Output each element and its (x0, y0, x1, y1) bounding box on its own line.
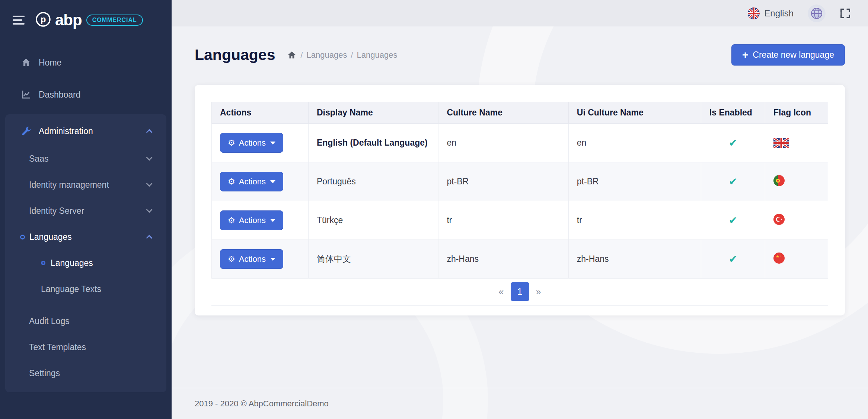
languages-card: Actions Display Name Culture Name Ui Cul… (195, 85, 845, 315)
topbar: English (172, 0, 868, 26)
uk-flag-icon (748, 7, 760, 19)
is-enabled-cell: ✔ (701, 240, 765, 279)
gear-icon: ⚙ (228, 138, 235, 147)
table-header-row: Actions Display Name Culture Name Ui Cul… (212, 102, 828, 124)
create-new-language-button[interactable]: + Create new language (731, 44, 845, 66)
chevron-down-icon (146, 155, 153, 161)
caret-down-icon (270, 219, 275, 222)
pagination-next-button[interactable]: » (529, 282, 548, 301)
caret-down-icon (270, 180, 275, 183)
sidebar-item-language-texts[interactable]: Language Texts (5, 276, 166, 302)
breadcrumb-separator: / (351, 50, 353, 60)
sidebar-item-label: Settings (29, 368, 151, 378)
row-actions-button[interactable]: ⚙ Actions (220, 210, 283, 230)
column-header-culture-name: Culture Name (438, 102, 568, 124)
home-icon (20, 57, 32, 68)
main-area: English Languages (172, 0, 868, 419)
bullet-icon (41, 261, 45, 265)
check-icon: ✔ (729, 214, 737, 226)
fullscreen-button[interactable] (840, 8, 851, 19)
chevron-down-icon (146, 207, 153, 213)
sidebar-item-label: Language Texts (41, 284, 151, 294)
sidebar-item-dashboard[interactable]: Dashboard (0, 79, 172, 111)
sidebar-item-identity-server[interactable]: Identity Server (5, 198, 166, 224)
page-content: Languages / Languages / Languages + Crea… (172, 26, 868, 388)
page-header: Languages / Languages / Languages + Crea… (195, 44, 845, 66)
sidebar-item-label: Text Templates (29, 342, 151, 352)
flag-icon-pt (773, 175, 785, 186)
expand-icon (840, 8, 851, 19)
breadcrumb-item[interactable]: Languages (357, 50, 398, 60)
pagination-page-1[interactable]: 1 (511, 282, 529, 301)
culture-name-cell: pt-BR (438, 162, 568, 201)
flag-icon-gb (773, 138, 789, 148)
breadcrumb-item[interactable]: Languages (307, 50, 347, 60)
is-enabled-cell: ✔ (701, 162, 765, 201)
table-row: ⚙ Actions 简体中文 zh-Hans zh-Hans ✔ (212, 240, 828, 279)
sidebar-item-label: Saas (29, 154, 147, 164)
breadcrumb: / Languages / Languages (287, 50, 397, 60)
ui-culture-name-cell: zh-Hans (568, 240, 701, 279)
actions-button-label: Actions (239, 177, 266, 187)
sidebar-item-label: Audit Logs (29, 316, 151, 326)
table-row: ⚙ Actions English (Default Language) en … (212, 124, 828, 162)
column-header-flag-icon: Flag Icon (765, 102, 828, 124)
chevron-up-icon (146, 235, 153, 241)
column-header-is-enabled: Is Enabled (701, 102, 765, 124)
flag-cell (765, 201, 828, 240)
sidebar-item-label: Dashboard (39, 90, 157, 100)
administration-submenu: Saas Identity management Identity Server… (5, 146, 166, 386)
sidebar: p abp COMMERCIAL Home Dashboard (0, 0, 172, 419)
flag-cell (765, 240, 828, 279)
breadcrumb-separator: / (300, 50, 303, 60)
brand-badge: COMMERCIAL (86, 15, 143, 26)
sidebar-item-label: Administration (39, 126, 147, 136)
page-title: Languages (195, 46, 275, 64)
language-selector[interactable]: English (748, 7, 794, 19)
plus-icon: + (742, 50, 748, 60)
sidebar-item-identity-management[interactable]: Identity management (5, 172, 166, 198)
column-header-actions: Actions (212, 102, 309, 124)
table-row: ⚙ Actions Português pt-BR pt-BR ✔ (212, 162, 828, 201)
sidebar-item-text-templates[interactable]: Text Templates (5, 334, 166, 360)
sidebar-item-label: Languages (29, 232, 147, 242)
sidebar-item-label: Languages (51, 258, 151, 268)
table-row: ⚙ Actions Türkçe tr tr ✔ (212, 201, 828, 240)
row-actions-button[interactable]: ⚙ Actions (220, 172, 283, 191)
check-icon: ✔ (729, 253, 737, 265)
sidebar-item-home[interactable]: Home (0, 47, 172, 79)
actions-button-label: Actions (239, 254, 266, 264)
sidebar-nav: Home Dashboard Administration (0, 40, 172, 419)
actions-button-label: Actions (239, 138, 266, 148)
column-header-ui-culture-name: Ui Culture Name (568, 102, 701, 124)
sidebar-item-administration[interactable]: Administration (5, 117, 166, 146)
abp-logo-icon: p (35, 11, 51, 29)
avatar-globe-icon (808, 4, 826, 22)
sidebar-item-audit-logs[interactable]: Audit Logs (5, 308, 166, 334)
culture-name-cell: en (438, 124, 568, 162)
sidebar-item-settings[interactable]: Settings (5, 360, 166, 386)
languages-table: Actions Display Name Culture Name Ui Cul… (211, 102, 828, 279)
culture-name-cell: tr (438, 201, 568, 240)
row-actions-button[interactable]: ⚙ Actions (220, 249, 283, 269)
sidebar-item-label: Identity management (29, 180, 147, 190)
caret-down-icon (270, 142, 275, 145)
caret-down-icon (270, 258, 275, 261)
is-enabled-cell: ✔ (701, 201, 765, 240)
wrench-icon (20, 126, 32, 136)
user-avatar[interactable] (808, 4, 826, 22)
dashboard-chart-icon (20, 89, 32, 100)
pagination: « 1 » (211, 279, 828, 306)
display-name-cell: English (Default Language) (308, 124, 438, 162)
chevron-down-icon (146, 181, 153, 187)
menu-toggle-button[interactable] (13, 16, 25, 25)
pagination-prev-button[interactable]: « (492, 282, 511, 301)
sidebar-item-languages[interactable]: Languages (5, 224, 166, 250)
sidebar-item-languages-child[interactable]: Languages (5, 250, 166, 276)
gear-icon: ⚙ (228, 254, 235, 264)
brand-logo[interactable]: p abp COMMERCIAL (35, 11, 143, 29)
svg-text:p: p (41, 14, 46, 24)
sidebar-item-saas[interactable]: Saas (5, 146, 166, 172)
row-actions-button[interactable]: ⚙ Actions (220, 133, 283, 153)
app-root: p abp COMMERCIAL Home Dashboard (0, 0, 868, 419)
